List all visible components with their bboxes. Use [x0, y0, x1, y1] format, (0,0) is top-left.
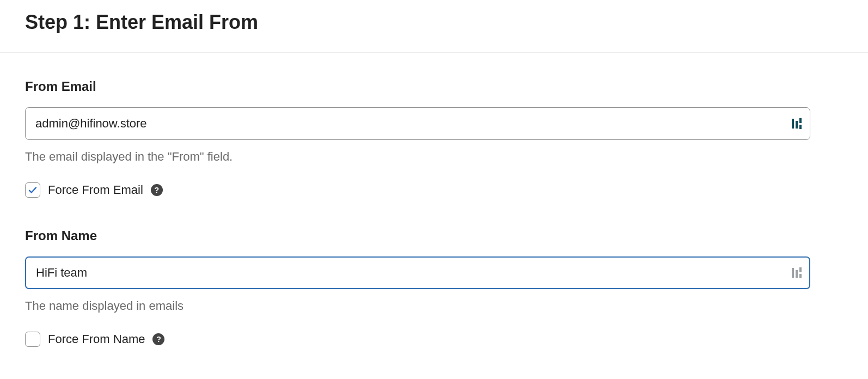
from-email-block: From Email The email displayed in the "F… [25, 79, 818, 198]
svg-rect-4 [792, 268, 794, 278]
from-email-label: From Email [25, 79, 818, 94]
force-from-email-checkbox[interactable] [25, 182, 40, 198]
svg-rect-5 [796, 270, 798, 278]
dashlane-icon[interactable] [791, 118, 803, 130]
force-from-name-row: Force From Name ? [25, 332, 818, 347]
from-email-input[interactable] [25, 107, 810, 140]
form-container: From Email The email displayed in the "F… [0, 53, 843, 369]
force-from-name-checkbox[interactable] [25, 332, 40, 347]
from-email-input-wrap [25, 107, 810, 140]
from-name-input-wrap [25, 256, 810, 289]
from-email-helper: The email displayed in the "From" field. [25, 150, 818, 164]
help-icon[interactable]: ? [151, 184, 163, 196]
force-from-email-row: Force From Email ? [25, 182, 818, 198]
force-from-email-label: Force From Email [48, 183, 143, 197]
svg-rect-7 [799, 274, 802, 278]
svg-rect-2 [799, 118, 802, 123]
force-from-name-label: Force From Name [48, 332, 145, 346]
from-name-label: From Name [25, 228, 818, 243]
svg-rect-3 [799, 125, 802, 129]
svg-rect-6 [799, 267, 802, 272]
dashlane-icon[interactable] [791, 267, 803, 279]
from-name-helper: The name displayed in emails [25, 299, 818, 313]
step-title: Step 1: Enter Email From [25, 11, 843, 34]
from-name-block: From Name The name displayed in emails F… [25, 228, 818, 347]
page-header: Step 1: Enter Email From [0, 0, 868, 53]
from-name-input[interactable] [25, 256, 810, 289]
svg-rect-1 [796, 121, 798, 129]
help-icon[interactable]: ? [152, 333, 164, 345]
svg-rect-0 [792, 119, 794, 129]
